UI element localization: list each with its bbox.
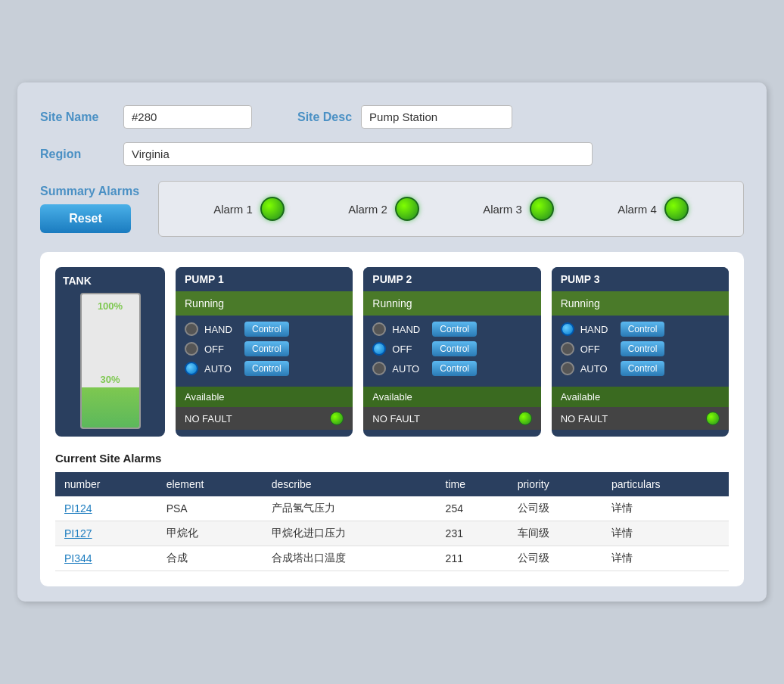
pump-1-card: PUMP 1 Running HAND Control OFF Control bbox=[176, 267, 353, 437]
pump-2-hand-control-button[interactable]: Control bbox=[432, 322, 477, 337]
pump-1-running: Running bbox=[176, 291, 353, 316]
pump-1-fault-led bbox=[330, 412, 344, 425]
pump-2-available: Available bbox=[363, 387, 540, 407]
region-input[interactable] bbox=[123, 142, 593, 166]
table-row: PI124 PSA 产品氢气压力 254 公司级 详情 bbox=[55, 496, 729, 521]
tank-level-100: 100% bbox=[98, 300, 123, 312]
alarm-element: 甲烷化 bbox=[157, 521, 263, 546]
reset-button[interactable]: Reset bbox=[40, 204, 131, 233]
pump-1-hand-radio bbox=[185, 322, 198, 336]
alarm-2-led bbox=[395, 197, 419, 221]
pump-3-hand-row: HAND Control bbox=[561, 322, 720, 337]
pump-1-fault-label: NO FAULT bbox=[185, 413, 232, 424]
pump-3-off-label: OFF bbox=[580, 344, 614, 355]
pump-1-off-label: OFF bbox=[204, 344, 238, 355]
tank-card: TANK 100% 30% bbox=[55, 267, 165, 437]
alarm-describe: 合成塔出口温度 bbox=[263, 546, 437, 571]
pump-2-off-label: OFF bbox=[392, 344, 426, 355]
pump-3-hand-radio bbox=[561, 322, 574, 336]
pump-3-fault-led bbox=[706, 412, 720, 425]
alarm-item-1: Alarm 1 bbox=[213, 197, 285, 221]
alarm-item-4: Alarm 4 bbox=[618, 197, 689, 221]
pump-1-header: PUMP 1 bbox=[176, 267, 353, 291]
alarm-priority: 公司级 bbox=[509, 546, 602, 571]
pump-3-controls: HAND Control OFF Control AUTO Control bbox=[552, 316, 729, 387]
table-row: PI127 甲烷化 甲烷化进口压力 231 车间级 详情 bbox=[55, 521, 729, 546]
pump-3-off-radio bbox=[561, 342, 574, 356]
summary-alarms-label: Summary Alarms bbox=[40, 185, 139, 198]
pump-2-fault: NO FAULT bbox=[363, 407, 540, 430]
pump-2-controls: HAND Control OFF Control AUTO Control bbox=[363, 316, 540, 387]
pump-3-hand-label: HAND bbox=[580, 324, 614, 335]
pump-3-off-control-button[interactable]: Control bbox=[621, 341, 665, 356]
pump-3-available: Available bbox=[552, 387, 729, 407]
pump-1-off-row: OFF Control bbox=[185, 341, 344, 356]
alarm-number[interactable]: PI127 bbox=[55, 521, 157, 546]
pump-2-hand-radio bbox=[372, 322, 386, 336]
alarm-describe: 甲烷化进口压力 bbox=[263, 521, 437, 546]
table-row: PI344 合成 合成塔出口温度 211 公司级 详情 bbox=[55, 546, 729, 571]
pump-3-fault: NO FAULT bbox=[552, 407, 729, 430]
alarm-particulars[interactable]: 详情 bbox=[602, 521, 729, 546]
alarm-1-label: Alarm 1 bbox=[213, 203, 253, 216]
col-number: number bbox=[55, 472, 157, 496]
pump-2-hand-row: HAND Control bbox=[372, 322, 531, 337]
alarms-label-col: Summary Alarms Reset bbox=[40, 185, 146, 233]
pump-3-header: PUMP 3 bbox=[552, 267, 729, 291]
pump-3-auto-radio bbox=[561, 362, 574, 375]
alarm-2-label: Alarm 2 bbox=[348, 203, 387, 216]
alarm-time: 254 bbox=[437, 496, 509, 521]
alarm-number[interactable]: PI124 bbox=[55, 496, 157, 521]
pump-2-off-radio bbox=[372, 342, 386, 356]
col-element: element bbox=[157, 472, 263, 496]
alarm-element: PSA bbox=[157, 496, 263, 521]
col-priority: priority bbox=[509, 472, 602, 496]
pump-3-auto-label: AUTO bbox=[580, 363, 614, 375]
pump-2-running: Running bbox=[363, 291, 540, 316]
pump-2-auto-control-button[interactable]: Control bbox=[432, 361, 477, 376]
alarm-1-led bbox=[260, 197, 285, 221]
alarms-box: Alarm 1 Alarm 2 Alarm 3 Alarm 4 bbox=[158, 181, 744, 237]
alarms-table: number element describe time priority pa… bbox=[55, 472, 729, 571]
site-desc-input[interactable] bbox=[361, 105, 512, 129]
summary-alarms-section: Summary Alarms Reset Alarm 1 Alarm 2 Ala… bbox=[40, 181, 744, 237]
pump-1-available: Available bbox=[176, 387, 353, 407]
pump-1-auto-label: AUTO bbox=[204, 363, 238, 375]
pump-1-auto-row: AUTO Control bbox=[185, 361, 344, 376]
pump-1-hand-control-button[interactable]: Control bbox=[244, 322, 289, 337]
alarm-4-label: Alarm 4 bbox=[618, 203, 657, 216]
pump-1-off-radio bbox=[185, 342, 198, 356]
pump-3-card: PUMP 3 Running HAND Control OFF Control bbox=[552, 267, 729, 437]
col-time: time bbox=[437, 472, 509, 496]
pump-1-auto-radio bbox=[185, 362, 198, 375]
pump-2-fault-led bbox=[518, 412, 532, 425]
alarm-particulars[interactable]: 详情 bbox=[602, 546, 729, 571]
pump-2-auto-radio bbox=[372, 362, 386, 375]
alarm-particulars[interactable]: 详情 bbox=[602, 496, 729, 521]
pump-3-auto-control-button[interactable]: Control bbox=[621, 361, 665, 376]
alarm-element: 合成 bbox=[157, 546, 263, 571]
pump-1-auto-control-button[interactable]: Control bbox=[244, 361, 289, 376]
pump-1-hand-label: HAND bbox=[204, 324, 238, 335]
pump-3-hand-control-button[interactable]: Control bbox=[621, 322, 665, 337]
alarm-item-3: Alarm 3 bbox=[483, 197, 554, 221]
site-name-input[interactable] bbox=[123, 105, 252, 129]
lower-panel: TANK 100% 30% PUMP 1 Running HAND Contro… bbox=[40, 252, 744, 586]
pump-2-auto-row: AUTO Control bbox=[372, 361, 531, 376]
pump-1-fault: NO FAULT bbox=[176, 407, 353, 430]
pump-2-hand-label: HAND bbox=[392, 324, 426, 335]
pump-2-fault-label: NO FAULT bbox=[372, 413, 420, 424]
col-particulars: particulars bbox=[602, 472, 729, 496]
pump-1-controls: HAND Control OFF Control AUTO Control bbox=[176, 316, 353, 387]
tank-fill bbox=[82, 387, 139, 428]
alarm-3-led bbox=[530, 197, 554, 221]
tank-visual: 100% 30% bbox=[80, 293, 141, 429]
pump-1-hand-row: HAND Control bbox=[185, 322, 344, 337]
alarm-number[interactable]: PI344 bbox=[55, 546, 157, 571]
alarm-item-2: Alarm 2 bbox=[348, 197, 419, 221]
alarm-3-label: Alarm 3 bbox=[483, 203, 522, 216]
pump-2-off-control-button[interactable]: Control bbox=[432, 341, 477, 356]
col-describe: describe bbox=[263, 472, 437, 496]
pump-1-off-control-button[interactable]: Control bbox=[244, 341, 289, 356]
region-label: Region bbox=[40, 148, 123, 161]
